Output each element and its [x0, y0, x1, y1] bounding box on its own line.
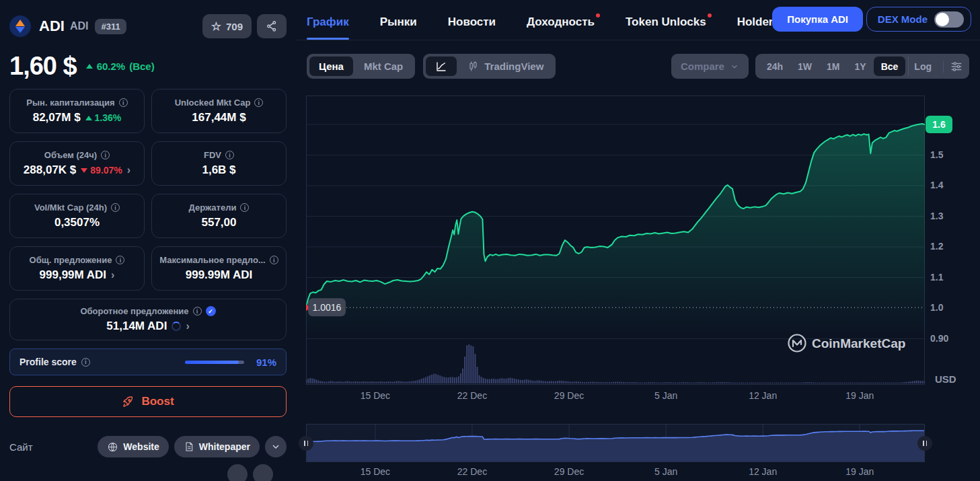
navigator-svg — [306, 424, 925, 462]
price-chart[interactable]: 1.0016CoinMarketCap — [306, 96, 925, 385]
more-links-button[interactable] — [265, 436, 287, 457]
info-icon[interactable]: i — [240, 203, 249, 212]
stat-card-label: Рын. капитализацияi — [26, 98, 127, 108]
info-icon[interactable]: i — [101, 151, 110, 159]
info-icon[interactable]: i — [193, 307, 202, 316]
tab-Доходность[interactable]: Доходность — [527, 15, 595, 40]
stat-card: Максимальное предло...i999.99M ADI — [151, 246, 287, 291]
stat-card[interactable]: Общ. предложениеi999,99M ADI› — [9, 246, 145, 291]
compare-button[interactable]: Compare — [671, 54, 749, 79]
boost-button[interactable]: Boost — [9, 386, 287, 417]
stat-label-text: FDV — [204, 150, 221, 160]
stat-value-text: 51,14M ADI — [106, 320, 167, 333]
info-icon[interactable]: i — [270, 256, 278, 264]
info-icon[interactable]: i — [225, 151, 234, 159]
x-tick-5 Jan: 5 Jan — [646, 466, 686, 477]
range-Log[interactable]: Log — [908, 57, 939, 76]
stats-grid: Рын. капитализацияi82,07M $1.36%Unlocked… — [9, 89, 287, 340]
stat-card: FDVi1,6B $ — [151, 141, 287, 186]
navigator-left-handle[interactable] — [299, 436, 313, 451]
tradingview-label: TradingView — [484, 61, 543, 72]
profile-score-row: Profile score i 91% — [9, 348, 287, 375]
candles-icon — [467, 61, 479, 72]
range-1M[interactable]: 1M — [819, 57, 847, 76]
line-chart-tab[interactable] — [426, 57, 457, 76]
stat-card: Держателиi557,00 — [151, 194, 287, 238]
stat-card[interactable]: Оборотное предложениеi✓51,14M ADI› — [9, 299, 287, 340]
watchlist-button[interactable]: ☆ 709 — [202, 14, 252, 38]
dex-mode-button[interactable]: DEX Mode — [866, 7, 971, 32]
range-1Y[interactable]: 1Y — [847, 57, 874, 76]
tradingview-tab[interactable]: TradingView — [458, 57, 553, 76]
line-chart-icon — [435, 61, 447, 73]
y-tick-1.4: 1.4 — [930, 180, 943, 190]
chart-navigator[interactable] — [306, 424, 925, 462]
clipped-social-buttons — [9, 464, 287, 481]
stat-value-text: 1,6B $ — [202, 163, 235, 177]
stat-card-value: 0,3507% — [54, 216, 100, 229]
rank-badge: #311 — [95, 19, 126, 34]
share-button[interactable] — [257, 14, 287, 38]
stat-card-label: Общ. предложениеi — [30, 255, 125, 265]
chevron-right-icon: › — [127, 164, 130, 176]
y-tick-1.1: 1.1 — [930, 272, 943, 283]
dex-mode-toggle[interactable] — [934, 11, 964, 28]
arrow-up-icon — [85, 116, 92, 120]
y-tick-1.5: 1.5 — [930, 149, 943, 160]
notification-dot-icon — [708, 13, 712, 17]
stat-card-label: Оборотное предложениеi✓ — [80, 306, 215, 316]
range-Все[interactable]: Все — [874, 57, 906, 76]
x-tick-5 Jan: 5 Jan — [646, 390, 686, 401]
stat-card-value: 999,99M ADI› — [40, 268, 115, 282]
stat-value-text: 999,99M ADI — [40, 268, 107, 282]
tab-label: Новости — [448, 15, 496, 28]
chart-settings-button[interactable] — [943, 61, 965, 73]
price-row: 1,60 $ 60.2% (Все) — [9, 51, 287, 81]
info-icon[interactable]: i — [116, 256, 124, 264]
tab-График[interactable]: График — [307, 15, 349, 40]
stat-label-text: Vol/Mkt Cap (24h) — [34, 202, 107, 213]
document-icon — [184, 441, 194, 452]
verified-check-icon: ✓ — [206, 306, 216, 316]
tab-label: Доходность — [527, 15, 595, 28]
stat-value-text: 288,07K $ — [24, 163, 76, 177]
tab-Рынки[interactable]: Рынки — [380, 15, 417, 40]
x-tick-29 Dec: 29 Dec — [549, 466, 589, 477]
x-tick-29 Dec: 29 Dec — [549, 390, 589, 401]
x-tick-12 Jan: 12 Jan — [743, 390, 783, 401]
notification-dot-icon — [596, 13, 600, 17]
coin-name: ADI — [39, 17, 65, 35]
y-tick-0.90: 0.90 — [930, 333, 948, 344]
mktcap-metric-tab[interactable]: Mkt Cap — [354, 57, 412, 76]
price-metric-tab[interactable]: Цена — [309, 57, 353, 76]
range-24h[interactable]: 24h — [759, 57, 790, 76]
info-icon[interactable]: i — [81, 358, 90, 367]
dex-mode-label: DEX Mode — [878, 13, 928, 25]
profile-score-label: Profile score — [20, 357, 77, 367]
x-tick-12 Jan: 12 Jan — [743, 466, 783, 477]
navigator-right-handle[interactable] — [917, 436, 932, 451]
stat-card-value: 999.99M ADI — [186, 268, 253, 282]
x-tick-19 Jan: 19 Jan — [839, 390, 880, 401]
stat-card-value: 82,07M $1.36% — [33, 111, 122, 124]
stat-card[interactable]: Объем (24ч)i288,07K $89.07%› — [9, 141, 145, 186]
buy-adi-button[interactable]: Покупка ADI — [772, 7, 863, 32]
sliders-icon — [950, 61, 963, 73]
coin-header: ADI ADI #311 ☆ 709 — [9, 15, 287, 38]
whitepaper-link[interactable]: Whitepaper — [174, 436, 260, 457]
y-tick-1.3: 1.3 — [930, 211, 943, 221]
info-icon[interactable]: i — [254, 98, 263, 107]
watchlist-count: 709 — [226, 21, 243, 32]
price-change: 60.2% (Все) — [86, 61, 155, 72]
svg-text:CoinMarketCap: CoinMarketCap — [812, 336, 905, 350]
info-icon[interactable]: i — [119, 98, 128, 107]
tab-Новости[interactable]: Новости — [448, 15, 496, 40]
stat-card-label: FDVi — [204, 150, 234, 160]
stat-label-text: Общ. предложение — [30, 255, 112, 265]
range-1W[interactable]: 1W — [790, 57, 819, 76]
info-icon[interactable]: i — [111, 203, 120, 212]
tab-Token Unlocks[interactable]: Token Unlocks — [626, 15, 706, 40]
stat-value-text: 82,07M $ — [33, 111, 81, 124]
website-link[interactable]: Website — [98, 436, 168, 457]
stat-value-text: 0,3507% — [54, 216, 100, 229]
